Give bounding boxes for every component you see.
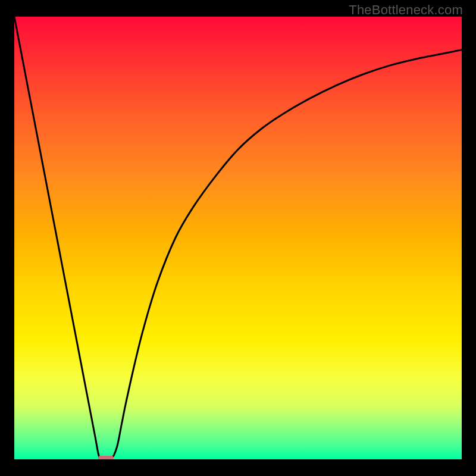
curve-svg [14,17,462,459]
optimal-range-marker [98,456,114,459]
bottleneck-curve [14,17,462,459]
chart-frame: TheBottleneck.com [0,0,476,476]
watermark-text: TheBottleneck.com [349,2,463,18]
plot-area [14,17,462,459]
